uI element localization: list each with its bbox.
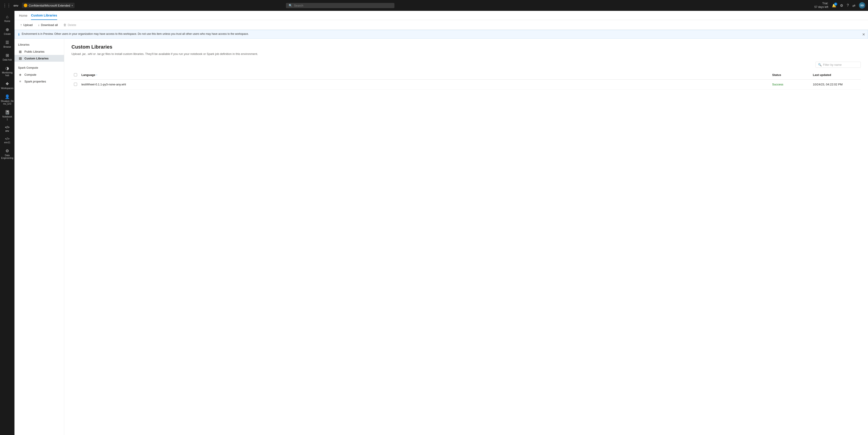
nav-item-spark-properties[interactable]: ≡ Spark properties: [14, 78, 64, 85]
topbar-right: Trial: 57 days left 🔔 6 ⚙ ? ⇄ SD: [814, 2, 865, 9]
spark-compute-section-header: Spark Compute: [14, 65, 64, 71]
notification-badge: 6: [834, 2, 837, 6]
language-column-header: Language ↑: [80, 72, 770, 78]
search-bar: 🔍: [286, 3, 395, 8]
select-all-checkbox-cell: [71, 72, 80, 78]
right-panel: Custom Libraries Upload .jar, .whl or .t…: [64, 39, 868, 435]
sort-icon[interactable]: ↑: [96, 74, 97, 76]
sidebar-item-browse[interactable]: ☰ Browse: [1, 38, 13, 50]
info-banner: ℹ Environment is in Preview. Other users…: [14, 30, 868, 39]
row-last-updated-cell: 10/24/23, 04:22:02 PM: [811, 81, 861, 88]
select-all-checkbox[interactable]: [74, 73, 77, 76]
notifications-button[interactable]: 🔔 6: [832, 3, 836, 8]
upload-icon: ↑: [20, 23, 22, 27]
status-column-header: Status: [770, 72, 811, 78]
breadcrumb-home[interactable]: Home: [19, 14, 27, 20]
delete-button[interactable]: 🗑 Delete: [61, 22, 79, 28]
public-libraries-icon: ▦: [18, 50, 22, 53]
env11-code-icon: </>: [5, 137, 9, 141]
info-icon: ℹ: [18, 33, 20, 36]
sidebar-item-home[interactable]: ⌂ Home: [1, 13, 13, 24]
sidebar-item-workspaces[interactable]: ❖ Workspaces: [1, 80, 13, 92]
dataengineering-icon: ⚙: [5, 149, 9, 153]
filter-search-icon: 🔍: [818, 63, 822, 66]
nav-item-custom-libraries[interactable]: ▤ Custom Libraries: [14, 55, 64, 62]
sidebar-item-env[interactable]: </> env: [1, 124, 13, 134]
delete-icon: 🗑: [63, 23, 66, 27]
sidebar-item-env11[interactable]: </> env11: [1, 135, 13, 146]
notebook-icon: 📓: [5, 110, 10, 115]
table-header: Language ↑ Status Last updated: [71, 70, 861, 80]
search-input[interactable]: [294, 4, 392, 7]
monitoring-icon: ◑: [5, 66, 9, 71]
create-icon: ⊕: [6, 27, 9, 32]
banner-close-button[interactable]: ✕: [862, 32, 865, 36]
sidebar-item-shaijun[interactable]: 👤 Shuaijun_De mo_Env: [1, 92, 13, 107]
avatar[interactable]: SD: [859, 2, 865, 8]
content-layout: Libraries ▦ Public Libraries ▤ Custom Li…: [14, 39, 868, 435]
row-name-cell: testWheel-0.1.1-py3-none-any.whl: [80, 81, 770, 88]
upload-button[interactable]: ↑ Upload: [18, 22, 35, 28]
datahub-icon: ⊞: [6, 53, 9, 58]
main-container: Home Custom Libraries ↑ Upload ↓ Downloa…: [14, 11, 868, 435]
workspace-icon: [24, 4, 27, 7]
env-code-icon: </>: [5, 125, 9, 129]
toolbar: ↑ Upload ↓ Download all 🗑 Delete: [14, 20, 868, 30]
workspaces-icon: ❖: [5, 81, 9, 86]
trial-info: Trial: 57 days left: [814, 2, 828, 9]
libraries-section-header: Libraries: [14, 42, 64, 48]
filter-by-name-input[interactable]: [823, 63, 858, 66]
left-panel: Libraries ▦ Public Libraries ▤ Custom Li…: [14, 39, 64, 435]
download-icon: ↓: [38, 23, 39, 27]
sidebar-item-notebook1[interactable]: 📓 Notebook 1: [1, 108, 13, 123]
row-checkbox-cell: [71, 81, 80, 88]
row-checkbox[interactable]: [74, 83, 77, 86]
workspace-chevron-icon: ▾: [72, 4, 73, 7]
filter-bar: 🔍: [71, 62, 861, 68]
libraries-table: Language ↑ Status Last updated testWheel…: [71, 70, 861, 90]
workspace-name: Confidential\Microsoft Extended: [29, 4, 70, 7]
filter-input-container: 🔍: [815, 62, 861, 68]
download-all-button[interactable]: ↓ Download all: [36, 22, 60, 28]
page-subtitle: Upload .jar, .whl or .tar.gz files to in…: [71, 52, 861, 56]
sidebar: ⌂ Home ⊕ Create ☰ Browse ⊞ Data hub ◑ Mo…: [0, 11, 14, 435]
sidebar-item-datahub[interactable]: ⊞ Data hub: [1, 51, 13, 63]
nav-item-compute[interactable]: ◈ Compute: [14, 71, 64, 78]
custom-libraries-icon: ▤: [18, 57, 22, 60]
nav-item-public-libraries[interactable]: ▦ Public Libraries: [14, 48, 64, 55]
sidebar-item-create[interactable]: ⊕ Create: [1, 25, 13, 37]
page-title: Custom Libraries: [71, 44, 861, 50]
table-row: testWheel-0.1.1-py3-none-any.whl Success…: [71, 80, 861, 90]
help-button[interactable]: ?: [847, 3, 849, 7]
browse-icon: ☰: [5, 40, 9, 45]
user-icon: 👤: [5, 94, 10, 99]
home-icon: ⌂: [6, 14, 8, 19]
row-status-cell: Success: [770, 81, 811, 88]
apps-icon[interactable]: ⋮⋮: [3, 3, 11, 8]
share-button[interactable]: ⇄: [852, 3, 855, 8]
workspace-selector[interactable]: Confidential\Microsoft Extended ▾: [22, 3, 74, 8]
sidebar-item-monitoring[interactable]: ◑ Monitoring hub: [1, 64, 13, 79]
settings-button[interactable]: ⚙: [840, 3, 843, 8]
last-updated-column-header: Last updated: [811, 72, 861, 78]
topbar: ⋮⋮ env Confidential\Microsoft Extended ▾…: [0, 0, 868, 11]
compute-icon: ◈: [18, 73, 22, 76]
search-icon: 🔍: [289, 4, 292, 7]
spark-properties-icon: ≡: [18, 80, 22, 83]
breadcrumb-custom-libraries[interactable]: Custom Libraries: [31, 13, 57, 20]
breadcrumb: Home Custom Libraries: [14, 11, 868, 20]
env-label: env: [13, 4, 18, 7]
sidebar-item-dataengineering[interactable]: ⚙ Data Engineering: [1, 147, 13, 161]
